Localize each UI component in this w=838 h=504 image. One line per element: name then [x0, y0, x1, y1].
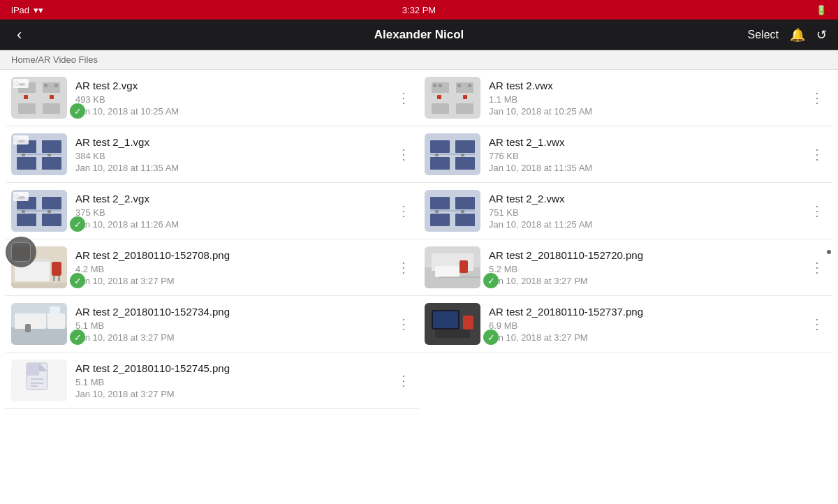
- file-name: AR test 2_20180110-152737.png: [489, 306, 799, 318]
- svg-rect-85: [435, 329, 470, 338]
- svg-rect-47: [17, 214, 36, 226]
- svg-rect-42: [435, 154, 439, 156]
- svg-rect-31: [22, 154, 25, 156]
- svg-rect-86: [433, 311, 458, 328]
- list-item[interactable]: ✓ AR test 2_20180110-152737.png 6.9 MB J…: [419, 296, 832, 353]
- file-name: AR test 2_20180110-152708.png: [75, 249, 385, 261]
- svg-rect-61: [435, 210, 439, 213]
- more-options-button[interactable]: ⋮: [807, 313, 827, 335]
- check-badge: ✓: [483, 273, 499, 288]
- file-date: Jan 10, 2018 at 11:35 AM: [489, 163, 799, 173]
- svg-rect-27: [42, 140, 61, 153]
- svg-rect-48: [42, 214, 61, 226]
- svg-rect-23: [432, 103, 449, 114]
- file-info: AR test 2_1.vwx 776 KB Jan 10, 2018 at 1…: [489, 136, 799, 173]
- more-options-button[interactable]: ⋮: [394, 313, 413, 335]
- svg-rect-57: [455, 197, 475, 209]
- file-name: AR test 2_2.vgx: [75, 193, 385, 205]
- file-date: Jan 10, 2018 at 3:27 PM: [75, 276, 385, 286]
- file-date: Jan 10, 2018 at 11:35 AM: [75, 163, 385, 173]
- check-badge: ✓: [70, 216, 85, 232]
- svg-rect-59: [455, 214, 475, 226]
- breadcrumb: Home/AR Video Files: [0, 50, 838, 70]
- file-size: 6.9 MB: [489, 320, 799, 331]
- svg-rect-6: [54, 84, 58, 87]
- file-thumbnail: AR: [11, 190, 67, 232]
- list-item[interactable]: ✓ AR test 2_20180110-152720.png 5.2 MB J…: [419, 239, 832, 296]
- content-area: AR ✓ AR test 2.vgx 493 KB Jan 10, 2018 a…: [0, 70, 838, 504]
- more-options-button[interactable]: ⋮: [394, 200, 413, 222]
- list-item[interactable]: AR test 2.vwx 1.1 MB Jan 10, 2018 at 10:…: [419, 70, 832, 126]
- nav-title: Alexander Nicol: [374, 28, 464, 42]
- file-thumbnail: AR: [11, 133, 67, 175]
- list-item[interactable]: ✓ AR test 2_20180110-152734.png 5.1 MB J…: [6, 296, 419, 353]
- more-options-button[interactable]: ⋮: [394, 87, 413, 109]
- svg-rect-5: [44, 84, 47, 87]
- list-item[interactable]: AR test 2_2.vwx 751 KB Jan 10, 2018 at 1…: [419, 183, 832, 239]
- more-options-button[interactable]: ⋮: [807, 200, 827, 222]
- file-info: AR test 2_20180110-152734.png 5.1 MB Jan…: [75, 306, 385, 343]
- svg-rect-77: [11, 327, 67, 345]
- svg-rect-8: [50, 95, 54, 99]
- file-date: Jan 10, 2018 at 10:25 AM: [489, 106, 799, 117]
- file-info: AR test 2_20180110-152745.png 5.1 MB Jan…: [75, 362, 385, 399]
- more-options-button[interactable]: ⋮: [394, 143, 413, 165]
- file-info: AR test 2_20180110-152737.png 6.9 MB Jan…: [489, 306, 799, 343]
- scroll-indicator: [827, 250, 831, 254]
- file-date: Jan 10, 2018 at 11:25 AM: [489, 219, 799, 230]
- svg-rect-90: [27, 363, 39, 376]
- list-item[interactable]: AR test 2_20180110-152745.png 5.1 MB Jan…: [6, 353, 419, 409]
- svg-rect-37: [430, 140, 450, 153]
- svg-rect-50: [22, 210, 25, 213]
- file-info: AR test 2_2.vgx 375 KB Jan 10, 2018 at 1…: [75, 193, 385, 230]
- back-button[interactable]: ‹: [11, 23, 27, 47]
- svg-rect-32: [47, 154, 51, 156]
- more-options-button[interactable]: ⋮: [394, 369, 413, 392]
- home-button-inner: [11, 242, 31, 262]
- svg-rect-24: [456, 103, 473, 114]
- notification-icon[interactable]: 🔔: [790, 27, 805, 43]
- file-name: AR test 2.vgx: [75, 80, 385, 91]
- status-bar: iPad ▾▾ 3:32 PM 🔋: [0, 0, 838, 20]
- list-item[interactable]: AR ✓ AR test 2.vgx 493 KB Jan 10, 2018 a…: [6, 70, 419, 126]
- more-options-button[interactable]: ⋮: [807, 143, 827, 165]
- svg-rect-58: [430, 214, 450, 226]
- file-size: 375 KB: [75, 207, 385, 218]
- svg-rect-39: [430, 157, 450, 170]
- svg-rect-19: [457, 84, 461, 87]
- svg-rect-56: [430, 197, 450, 209]
- file-date: Jan 10, 2018 at 3:27 PM: [489, 332, 799, 343]
- ipad-label: iPad: [11, 5, 29, 15]
- select-button[interactable]: Select: [748, 29, 779, 41]
- file-date: Jan 10, 2018 at 11:26 AM: [75, 219, 385, 230]
- refresh-icon[interactable]: ↺: [816, 27, 827, 43]
- list-item[interactable]: AR AR test 2_1.vgx 384 KB Jan 10, 2018 a…: [6, 126, 419, 183]
- file-thumbnail: [425, 77, 480, 119]
- file-size: 5.1 MB: [75, 377, 385, 387]
- svg-rect-20: [468, 84, 471, 87]
- file-name: AR test 2_20180110-152734.png: [75, 306, 385, 318]
- file-thumbnail: AR: [11, 77, 67, 119]
- more-options-button[interactable]: ⋮: [807, 256, 827, 279]
- battery-icon: 🔋: [816, 5, 827, 15]
- home-button[interactable]: [6, 237, 36, 267]
- file-size: 384 KB: [75, 151, 385, 161]
- file-date: Jan 10, 2018 at 3:27 PM: [75, 332, 385, 343]
- file-grid: AR ✓ AR test 2.vgx 493 KB Jan 10, 2018 a…: [6, 70, 832, 409]
- file-thumbnail: [425, 246, 480, 288]
- file-date: Jan 10, 2018 at 10:25 AM: [75, 106, 385, 117]
- svg-text:AR: AR: [19, 82, 25, 87]
- list-item[interactable]: AR test 2_1.vwx 776 KB Jan 10, 2018 at 1…: [419, 126, 832, 183]
- svg-rect-17: [439, 84, 442, 87]
- file-date: Jan 10, 2018 at 3:27 PM: [489, 276, 799, 286]
- list-item[interactable]: ✓ AR test 2_20180110-152708.png 4.2 MB J…: [6, 239, 419, 296]
- svg-rect-10: [43, 103, 60, 114]
- svg-rect-67: [53, 276, 55, 281]
- file-thumbnail: [425, 190, 480, 232]
- file-info: AR test 2.vgx 493 KB Jan 10, 2018 at 10:…: [75, 80, 385, 117]
- status-right: 🔋: [816, 5, 827, 15]
- more-options-button[interactable]: ⋮: [394, 256, 413, 279]
- more-options-button[interactable]: ⋮: [807, 87, 827, 109]
- list-item[interactable]: AR ✓ AR test 2_2.vgx 375 KB Jan 10, 2018…: [6, 183, 419, 239]
- svg-rect-7: [24, 95, 28, 99]
